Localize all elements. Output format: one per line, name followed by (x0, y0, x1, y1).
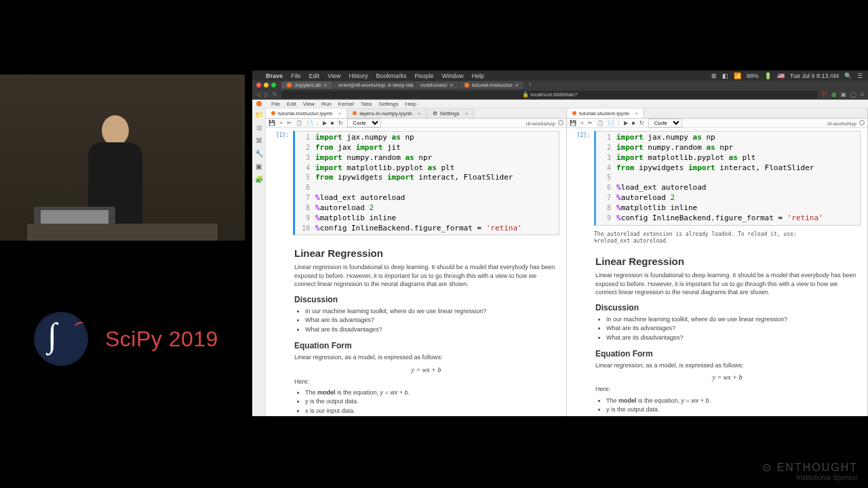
menu-people[interactable]: People (414, 73, 433, 79)
restart-icon[interactable]: ↻ (639, 120, 644, 126)
jlab-menu-file[interactable]: File (271, 101, 280, 107)
subsection-heading: Equation Form (294, 341, 558, 350)
wifi-icon[interactable]: 📶 (734, 73, 741, 79)
jlab-activity-bar[interactable]: 📁 ⊙ ⌘ 🔧 ▣ 🧩 (252, 108, 266, 416)
list-item: What are its advantages? (305, 316, 558, 325)
notebook-toolbar-left[interactable]: 💾 + ✂ 📋 📄 | ▶ ■ ↻ Code dl-workshop (266, 119, 566, 128)
menu-window[interactable]: Window (441, 73, 463, 79)
commands-icon[interactable]: ⌘ (256, 137, 262, 144)
extension-icon[interactable]: ▣ (841, 92, 846, 98)
tabs-icon[interactable]: ▣ (256, 163, 262, 170)
paste-icon[interactable]: 📄 (608, 120, 614, 126)
close-icon[interactable]: × (450, 82, 453, 88)
close-icon[interactable]: × (324, 82, 328, 88)
menu-bookmarks[interactable]: Bookmarks (376, 73, 406, 79)
nb-tab-student[interactable]: tutorial-student.ipynb× (567, 108, 644, 118)
code-editor[interactable]: 1import jax.numpy as np 2import numpy.ra… (594, 131, 861, 226)
window-maximize-icon[interactable] (271, 83, 276, 87)
window-close-icon[interactable] (256, 83, 261, 87)
celltype-select[interactable]: Code (648, 119, 682, 127)
jlab-menu-view[interactable]: View (303, 101, 315, 107)
stop-icon[interactable]: ■ (632, 120, 635, 126)
window-minimize-icon[interactable] (264, 83, 269, 87)
restart-icon[interactable]: ↻ (338, 120, 343, 126)
folder-icon[interactable]: 📁 (255, 111, 263, 119)
conference-branding: SciPy 2019 (34, 305, 237, 373)
markdown-cell[interactable]: Linear Regression Linear regression is f… (273, 239, 559, 416)
notebook-body-left[interactable]: [1]: 1import jax.numpy as np 2from jax i… (266, 128, 566, 416)
run-icon[interactable]: ▶ (624, 120, 628, 126)
battery-icon: 🔋 (764, 73, 772, 79)
copy-icon[interactable]: 📋 (296, 120, 302, 126)
celltype-select[interactable]: Code (347, 119, 381, 127)
nav-back-icon[interactable]: ◁ (256, 92, 260, 98)
nb-tab-layers[interactable]: layers-in-numpy.ipynb× (347, 108, 427, 118)
code-cell[interactable]: [2]: 1import jax.numpy as np 2import num… (574, 131, 861, 226)
browser-tab-tutorial[interactable]: tutorial-instructor× (459, 81, 524, 89)
notebook-body-right[interactable]: [2]: 1import jax.numpy as np 2import num… (567, 128, 867, 416)
menu-app[interactable]: Brave (266, 73, 283, 79)
close-icon[interactable]: × (465, 110, 468, 117)
close-icon[interactable]: × (635, 110, 638, 117)
kernel-status-icon[interactable] (859, 120, 865, 125)
equation: y = wx + b (294, 366, 558, 373)
menu-file[interactable]: File (291, 73, 301, 79)
close-icon[interactable]: × (338, 110, 341, 117)
jlab-menu-settings[interactable]: Settings (379, 101, 399, 107)
new-tab-button[interactable]: + (524, 81, 536, 89)
nav-forward-icon[interactable]: ▷ (264, 92, 269, 98)
build-icon[interactable]: 🔧 (255, 150, 263, 157)
browser-menu-icon[interactable]: ≡ (861, 92, 864, 98)
run-icon[interactable]: ▶ (323, 120, 327, 126)
kernel-status-icon[interactable] (558, 120, 564, 125)
notebook-tabs-left[interactable]: tutorial-instructor.ipynb× layers-in-num… (266, 108, 566, 119)
jlab-menu-run[interactable]: Run (321, 101, 332, 107)
save-icon[interactable]: 💾 (570, 120, 576, 126)
paragraph: Here: (294, 378, 558, 386)
add-cell-icon[interactable]: + (580, 120, 584, 126)
cut-icon[interactable]: ✂ (287, 120, 292, 126)
copy-icon[interactable]: 📋 (597, 120, 604, 126)
nav-reload-icon[interactable]: ↻ (273, 92, 277, 98)
paste-icon[interactable]: 📄 (307, 120, 313, 126)
add-cell-icon[interactable]: + (279, 120, 283, 126)
close-icon[interactable]: × (515, 82, 519, 88)
menu-help[interactable]: Help (472, 73, 485, 79)
stop-icon[interactable]: ■ (331, 120, 334, 126)
menu-history[interactable]: History (349, 73, 368, 79)
paragraph: Linear regression is foundational to dee… (294, 263, 558, 287)
list-item: What are its disadvantages? (606, 333, 859, 343)
cut-icon[interactable]: ✂ (588, 120, 593, 126)
browser-tab-notebooks[interactable]: notebooks/× (415, 81, 458, 89)
presenter-video (0, 75, 245, 241)
save-icon[interactable]: 💾 (269, 120, 275, 126)
menu-view[interactable]: View (328, 73, 340, 79)
code-cell[interactable]: [1]: 1import jax.numpy as np 2from jax i… (273, 131, 559, 235)
jlab-menu-tabs[interactable]: Tabs (361, 101, 372, 107)
url-field[interactable]: 🔒 localhost:8888/lab? (281, 91, 818, 98)
control-center-icon[interactable]: ☰ (857, 73, 863, 79)
flag-icon[interactable]: 🇺🇸 (777, 73, 785, 79)
shield-icon[interactable]: 🛡 (822, 92, 827, 98)
nb-tab-instructor[interactable]: tutorial-instructor.ipynb× (266, 108, 347, 118)
notebook-tabs-right[interactable]: tutorial-student.ipynb× (567, 108, 867, 119)
spotlight-icon[interactable]: 🔍 (844, 73, 852, 79)
running-icon[interactable]: ⊙ (256, 124, 262, 131)
close-icon[interactable]: × (418, 110, 421, 117)
menu-edit[interactable]: Edit (309, 73, 320, 79)
jlab-menu-edit[interactable]: Edit (287, 101, 296, 107)
browser-tab-jupyterlab[interactable]: JupyterLab× (281, 81, 332, 89)
window-controls[interactable] (256, 83, 276, 87)
profile-icon[interactable]: ◯ (850, 92, 856, 98)
extension-icon[interactable]: ▦ (831, 92, 837, 98)
browser-tab-github[interactable]: ericmjl/dl-workshop: A deep lea…× (333, 81, 414, 89)
jlab-menubar[interactable]: File Edit View Run Kernel Tabs Settings … (252, 100, 868, 108)
notebook-toolbar-right[interactable]: 💾 + ✂ 📋 📄 | ▶ ■ ↻ Code dl-workshop (567, 119, 867, 128)
code-editor[interactable]: 1import jax.numpy as np 2from jax import… (293, 131, 559, 235)
macos-menubar[interactable]: Brave File Edit View History Bookmarks P… (252, 70, 868, 81)
jlab-menu-help[interactable]: Help (406, 101, 416, 107)
extension-icon[interactable]: 🧩 (255, 176, 263, 183)
jlab-menu-kernel[interactable]: Kernel (338, 101, 354, 107)
nb-tab-settings[interactable]: ⚙Settings× (427, 108, 475, 118)
markdown-cell[interactable]: Linear Regression Linear regression is f… (574, 247, 861, 416)
